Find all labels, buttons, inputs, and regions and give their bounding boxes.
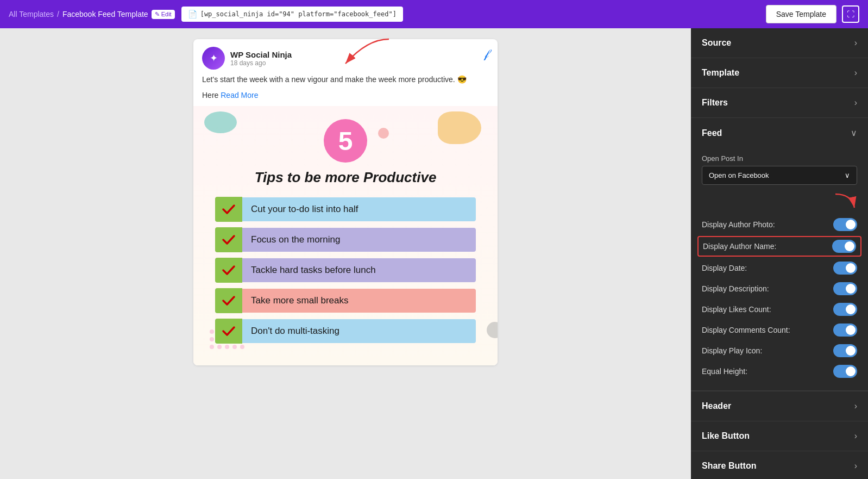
tip-check-5 bbox=[215, 319, 242, 344]
template-chevron: › bbox=[854, 68, 857, 78]
description-toggle[interactable] bbox=[833, 282, 857, 295]
top-bar: All Templates / Facebook Feed Template ✎… bbox=[0, 0, 868, 28]
circle-gray bbox=[487, 322, 498, 338]
author-name: WP Social Ninja bbox=[230, 50, 292, 59]
open-post-label: Open Post In bbox=[702, 154, 857, 163]
author-name-label: Display Author Name: bbox=[703, 242, 776, 251]
breadcrumb-current-page: Facebook Feed Template bbox=[62, 10, 148, 18]
like-button-header[interactable]: Like Button › bbox=[691, 421, 868, 451]
filters-chevron: › bbox=[854, 98, 857, 108]
bg-orange bbox=[438, 111, 481, 144]
feed-header[interactable]: Feed ∨ bbox=[691, 118, 868, 148]
card-post-text: Let's start the week with a new vigour a… bbox=[193, 74, 498, 91]
tip-label-4: Take more small breaks bbox=[242, 289, 476, 313]
tip-row-3: Tackle hard tasks before lunch bbox=[215, 258, 476, 283]
main-layout: ✦ WP Social Ninja 18 days ago 𝒻 Let's st… bbox=[0, 28, 868, 479]
feed-card: ✦ WP Social Ninja 18 days ago 𝒻 Let's st… bbox=[193, 39, 498, 365]
breadcrumb-separator: / bbox=[57, 10, 59, 18]
comments-count-toggle[interactable] bbox=[833, 324, 857, 337]
read-more-link[interactable]: Read More bbox=[221, 91, 258, 99]
template-header[interactable]: Template › bbox=[691, 58, 868, 88]
infographic: 5 Tips to be more Productive Cut your to… bbox=[193, 106, 498, 365]
edit-badge[interactable]: ✎ Edit bbox=[152, 10, 175, 19]
save-template-button[interactable]: Save Template bbox=[766, 5, 836, 23]
author-photo-toggle[interactable] bbox=[833, 218, 857, 231]
tip-check-3 bbox=[215, 258, 242, 283]
share-button-header[interactable]: Share Button › bbox=[691, 451, 868, 479]
panel-section-filters: Filters › bbox=[691, 88, 868, 118]
card-author: ✦ WP Social Ninja 18 days ago bbox=[202, 47, 292, 70]
equal-height-label: Equal Height: bbox=[702, 367, 747, 376]
author-name-toggle[interactable] bbox=[832, 240, 856, 253]
shortcode-text: [wp_social_ninja id="94" platform="faceb… bbox=[200, 10, 397, 18]
panel-section-like-button: Like Button › bbox=[691, 421, 868, 451]
comments-count-label: Display Comments Count: bbox=[702, 326, 790, 334]
like-button-chevron: › bbox=[854, 431, 857, 441]
panel-section-share-button: Share Button › bbox=[691, 451, 868, 479]
card-header: ✦ WP Social Ninja 18 days ago 𝒻 bbox=[193, 39, 498, 74]
option-play-icon: Display Play Icon: bbox=[702, 340, 857, 361]
open-post-value: Open on Facebook bbox=[709, 171, 769, 179]
likes-count-label: Display Likes Count: bbox=[702, 305, 771, 314]
tip-label-5: Don't do multi-tasking bbox=[242, 319, 476, 343]
option-comments-count: Display Comments Count: bbox=[702, 320, 857, 340]
header-chevron: › bbox=[854, 401, 857, 411]
top-bar-right: Save Template ⛶ bbox=[766, 5, 859, 23]
play-icon-label: Display Play Icon: bbox=[702, 346, 762, 355]
filters-title: Filters bbox=[702, 98, 728, 108]
description-label: Display Description: bbox=[702, 284, 769, 293]
fullscreen-button[interactable]: ⛶ bbox=[842, 5, 859, 23]
breadcrumb: All Templates / Facebook Feed Template ✎… bbox=[9, 10, 175, 19]
play-icon-toggle[interactable] bbox=[833, 344, 857, 357]
tip-row-5: Don't do multi-tasking bbox=[215, 319, 476, 344]
like-button-title: Like Button bbox=[702, 431, 750, 441]
share-button-chevron: › bbox=[854, 461, 857, 471]
option-likes-count: Display Likes Count: bbox=[702, 299, 857, 320]
equal-height-toggle[interactable] bbox=[833, 365, 857, 378]
shortcode-icon: 📄 bbox=[188, 10, 197, 18]
option-author-photo: Display Author Photo: bbox=[702, 214, 857, 235]
option-author-name: Display Author Name: bbox=[697, 236, 861, 257]
bg-pink bbox=[378, 128, 389, 139]
feed-expanded-content: Open Post In Open on Facebook ∨ bbox=[691, 148, 868, 391]
card-read-more: Here Read More bbox=[193, 91, 498, 106]
tip-check-4 bbox=[215, 288, 242, 313]
bg-teal bbox=[204, 111, 237, 133]
feed-chevron: ∨ bbox=[851, 128, 857, 138]
option-description: Display Description: bbox=[702, 278, 857, 299]
author-date: 18 days ago bbox=[230, 59, 292, 67]
tip-label-3: Tackle hard tasks before lunch bbox=[242, 258, 476, 282]
feed-title: Feed bbox=[702, 128, 722, 138]
breadcrumb-all-templates[interactable]: All Templates bbox=[9, 10, 54, 18]
date-toggle[interactable] bbox=[833, 262, 857, 275]
author-info: WP Social Ninja 18 days ago bbox=[230, 50, 292, 67]
open-post-select[interactable]: Open on Facebook ∨ bbox=[702, 166, 857, 185]
tip-label-2: Focus on the morning bbox=[242, 228, 476, 252]
tip-row-2: Focus on the morning bbox=[215, 227, 476, 252]
tip-check-2 bbox=[215, 227, 242, 252]
right-panel: Source › Template › Filters › Feed ∨ bbox=[691, 28, 868, 479]
source-title: Source bbox=[702, 38, 731, 48]
red-arrow-panel bbox=[825, 191, 857, 213]
source-chevron: › bbox=[854, 38, 857, 48]
canvas-area[interactable]: ✦ WP Social Ninja 18 days ago 𝒻 Let's st… bbox=[0, 28, 691, 479]
avatar: ✦ bbox=[202, 47, 225, 70]
infographic-title: Tips to be more Productive bbox=[215, 169, 476, 186]
panel-section-feed: Feed ∨ Open Post In Open on Facebook ∨ bbox=[691, 118, 868, 391]
header-title: Header bbox=[702, 401, 731, 411]
tip-label-1: Cut your to-do list into half bbox=[242, 197, 476, 221]
select-chevron: ∨ bbox=[845, 171, 850, 179]
shortcode-box[interactable]: 📄 [wp_social_ninja id="94" platform="fac… bbox=[181, 7, 403, 22]
panel-section-header: Header › bbox=[691, 391, 868, 421]
panel-section-template: Template › bbox=[691, 58, 868, 88]
source-header[interactable]: Source › bbox=[691, 28, 868, 58]
panel-section-source: Source › bbox=[691, 28, 868, 58]
likes-count-toggle[interactable] bbox=[833, 303, 857, 316]
facebook-icon: 𝒻 bbox=[485, 47, 489, 61]
tip-row-4: Take more small breaks bbox=[215, 288, 476, 313]
filters-header[interactable]: Filters › bbox=[691, 88, 868, 117]
date-label: Display Date: bbox=[702, 264, 747, 272]
tip-check-1 bbox=[215, 197, 242, 222]
header-section-header[interactable]: Header › bbox=[691, 391, 868, 421]
tip-row-1: Cut your to-do list into half bbox=[215, 197, 476, 222]
